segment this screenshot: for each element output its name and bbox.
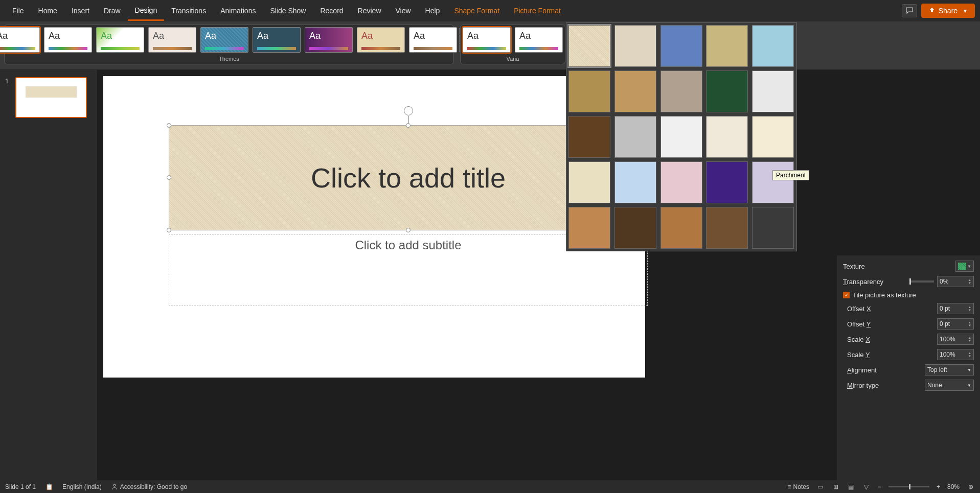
share-icon [928,7,936,14]
tab-picture-format[interactable]: Picture Format [507,2,568,20]
texture-swatch[interactable] [706,161,748,203]
texture-swatch[interactable] [706,25,748,67]
texture-swatch[interactable] [568,116,610,158]
language-status[interactable]: English (India) [62,483,102,490]
comments-button[interactable] [902,4,917,17]
theme-thumb[interactable]: Aa [44,27,92,53]
resize-handle[interactable] [167,123,171,128]
resize-handle[interactable] [406,228,411,232]
transparency-input[interactable]: 0%▲▼ [937,276,974,287]
texture-swatch[interactable] [660,116,702,158]
svg-point-0 [113,484,116,486]
theme-thumb[interactable]: Aa [409,27,457,53]
normal-view-button[interactable]: ▭ [816,483,825,491]
theme-thumb[interactable]: Aa [357,27,405,53]
offsetx-input[interactable]: 0 pt▲▼ [937,303,974,314]
texture-swatch[interactable] [660,207,702,249]
texture-swatch[interactable] [614,25,656,67]
tile-checkbox[interactable]: ✓ Tile picture as texture [843,291,974,299]
offsetx-label: Offset X [843,305,871,313]
reading-view-button[interactable]: ▤ [847,483,855,491]
share-label: Share [939,7,958,15]
texture-swatch[interactable] [752,207,794,249]
tile-label: Tile picture as texture [853,291,916,299]
themes-group-label: Themes [219,56,239,62]
scalex-label: Scale X [843,336,870,343]
texture-picker-button[interactable]: ▼ [955,261,974,272]
mirror-label: Mirror type [843,382,879,389]
share-button[interactable]: Share ▼ [921,4,975,18]
zoom-in-button[interactable]: + [937,483,940,490]
variant-thumb[interactable]: Aa [463,27,511,53]
tab-slideshow[interactable]: Slide Show [263,2,313,20]
tab-home[interactable]: Home [31,2,64,20]
texture-swatch[interactable] [752,116,794,158]
tab-animations[interactable]: Animations [213,2,263,20]
slideshow-button[interactable]: ▽ [862,483,871,491]
transparency-slider[interactable] [909,280,934,283]
texture-tooltip: Parchment [772,170,809,180]
texture-label: Texture [843,263,865,270]
tab-insert[interactable]: Insert [64,2,97,20]
tab-design[interactable]: Design [128,1,165,21]
texture-swatch[interactable] [568,161,610,203]
theme-thumb[interactable]: Aa [96,27,144,53]
texture-swatch[interactable] [706,207,748,249]
title-text: Click to add title [311,162,506,194]
theme-thumb[interactable]: Aa [0,27,40,53]
resize-handle[interactable] [167,175,171,180]
texture-swatch[interactable] [752,25,794,67]
texture-swatch[interactable] [660,161,702,203]
resize-handle[interactable] [406,123,411,128]
texture-swatch[interactable] [660,25,702,67]
resize-handle[interactable] [167,228,171,232]
offsety-input[interactable]: 0 pt▲▼ [937,318,974,330]
zoom-slider[interactable] [888,486,929,487]
texture-swatch[interactable] [706,116,748,158]
slide-panel: 1 [0,70,97,480]
tab-file[interactable]: File [5,2,31,20]
tab-help[interactable]: Help [418,2,447,20]
slide-sorter-button[interactable]: ⊞ [832,483,840,491]
chevron-down-icon: ▼ [963,8,968,14]
texture-swatch[interactable] [614,71,656,112]
notes-button[interactable]: ≡ Notes [788,483,809,490]
texture-swatch[interactable] [614,207,656,249]
texture-swatch[interactable] [752,71,794,112]
tab-review[interactable]: Review [351,2,389,20]
zoom-out-button[interactable]: − [878,483,881,490]
tab-record[interactable]: Record [313,2,350,20]
tab-transitions[interactable]: Transitions [164,2,213,20]
zoom-level[interactable]: 80% [947,483,960,490]
texture-swatch[interactable] [706,71,748,112]
slide-thumbnail[interactable] [15,77,87,118]
tab-shape-format[interactable]: Shape Format [447,2,507,20]
slide-number: 1 [5,77,9,85]
texture-swatch[interactable] [568,207,610,249]
texture-swatch[interactable] [614,116,656,158]
theme-thumb[interactable]: Aa [148,27,196,53]
scalex-input[interactable]: 100%▲▼ [937,334,974,345]
mirror-select[interactable]: None▼ [925,380,974,391]
theme-thumb[interactable]: Aa [305,27,353,53]
texture-swatch[interactable] [752,161,794,203]
alignment-select[interactable]: Top left▼ [925,364,974,375]
format-shape-pane: Texture ▼ Transparency 0%▲▼ ✓ Tile pictu… [837,255,980,480]
offsety-label: Offset Y [843,320,871,328]
slide-info[interactable]: Slide 1 of 1 [5,483,36,490]
tab-view[interactable]: View [389,2,418,20]
rotation-handle[interactable] [404,106,413,115]
texture-flyout: Parchment [566,22,797,251]
slide[interactable]: Click to add title Click to add subtitle [103,76,645,378]
texture-swatch[interactable] [614,161,656,203]
theme-thumb[interactable]: Aa [200,27,248,53]
tab-draw[interactable]: Draw [97,2,128,20]
accessibility-status[interactable]: Accessibility: Good to go [111,483,187,490]
texture-swatch[interactable] [568,25,610,67]
texture-swatch[interactable] [660,71,702,112]
fit-window-button[interactable]: ⊕ [967,483,975,491]
variant-thumb[interactable]: Aa [515,27,563,53]
scaley-input[interactable]: 100%▲▼ [937,349,974,360]
theme-thumb[interactable]: Aa [253,27,301,53]
texture-swatch[interactable] [568,71,610,112]
